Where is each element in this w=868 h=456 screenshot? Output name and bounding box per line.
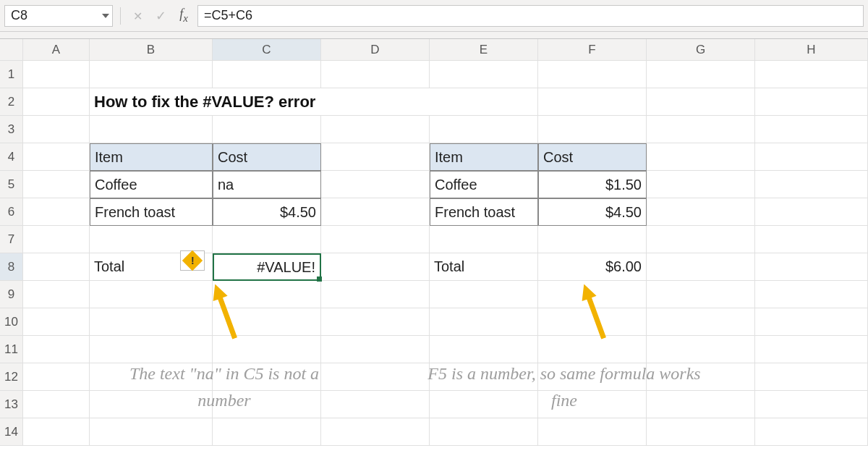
cell-B6[interactable]: French toast (90, 198, 213, 226)
cell-F6[interactable]: $4.50 (538, 198, 647, 226)
cell-B5[interactable]: Coffee (90, 171, 213, 198)
cell-E4[interactable]: Item (430, 143, 538, 171)
row-header-2[interactable]: 2 (0, 88, 23, 116)
cell-H5[interactable] (755, 171, 868, 198)
cell-C14[interactable] (213, 418, 321, 446)
cell-A1[interactable] (23, 61, 90, 88)
cell-B7[interactable] (90, 226, 213, 253)
cell-G7[interactable] (647, 226, 755, 253)
row-header-1[interactable]: 1 (0, 61, 23, 88)
row-header-6[interactable]: 6 (0, 198, 23, 226)
cell-C7[interactable] (213, 226, 321, 253)
cell-D11[interactable] (321, 336, 430, 363)
cell-H1[interactable] (755, 61, 868, 88)
cell-H11[interactable] (755, 336, 868, 363)
cell-G3[interactable] (647, 116, 755, 143)
name-box[interactable]: C8 (4, 5, 113, 27)
cell-A4[interactable] (23, 143, 90, 171)
cell-E6[interactable]: French toast (430, 198, 538, 226)
cell-F7[interactable] (538, 226, 647, 253)
cell-G10[interactable] (647, 308, 755, 336)
cell-H4[interactable] (755, 143, 868, 171)
cell-B11[interactable] (90, 336, 213, 363)
row-header-14[interactable]: 14 (0, 418, 23, 446)
cell-D7[interactable] (321, 226, 430, 253)
row-header-8[interactable]: 8 (0, 253, 23, 281)
cell-D5[interactable] (321, 171, 430, 198)
cell-C1[interactable] (213, 61, 321, 88)
cell-G4[interactable] (647, 143, 755, 171)
cell-D14[interactable] (321, 418, 430, 446)
cell-E7[interactable] (430, 226, 538, 253)
cell-A13[interactable] (23, 391, 90, 418)
col-header-F[interactable]: F (538, 39, 647, 61)
cell-C4[interactable]: Cost (213, 143, 321, 171)
accept-button[interactable] (151, 7, 170, 25)
cell-G11[interactable] (647, 336, 755, 363)
cell-E11[interactable] (430, 336, 538, 363)
col-header-B[interactable]: B (90, 39, 213, 61)
row-header-11[interactable]: 11 (0, 336, 23, 363)
cell-F11[interactable] (538, 336, 647, 363)
col-header-D[interactable]: D (321, 39, 430, 61)
row-header-9[interactable]: 9 (0, 281, 23, 308)
cell-C6[interactable]: $4.50 (213, 198, 321, 226)
cell-E5[interactable]: Coffee (430, 171, 538, 198)
cell-A5[interactable] (23, 171, 90, 198)
cell-G6[interactable] (647, 198, 755, 226)
cell-A12[interactable] (23, 363, 90, 391)
cell-H14[interactable] (755, 418, 868, 446)
cell-G9[interactable] (647, 281, 755, 308)
col-header-G[interactable]: G (647, 39, 755, 61)
row-header-12[interactable]: 12 (0, 363, 23, 391)
cell-A6[interactable] (23, 198, 90, 226)
cell-F4[interactable]: Cost (538, 143, 647, 171)
row-header-3[interactable]: 3 (0, 116, 23, 143)
cell-D3[interactable] (321, 116, 430, 143)
cell-H7[interactable] (755, 226, 868, 253)
cell-B10[interactable] (90, 308, 213, 336)
row-header-5[interactable]: 5 (0, 171, 23, 198)
cell-D6[interactable] (321, 198, 430, 226)
row-header-13[interactable]: 13 (0, 391, 23, 418)
cell-A2[interactable] (23, 88, 90, 116)
page-title[interactable]: How to fix the #VALUE? error (90, 88, 430, 116)
cell-C5[interactable]: na (213, 171, 321, 198)
col-header-H[interactable]: H (755, 39, 868, 61)
cell-D8[interactable] (321, 253, 430, 281)
cell-F3[interactable] (538, 116, 647, 143)
cell-G14[interactable] (647, 418, 755, 446)
cell-D4[interactable] (321, 143, 430, 171)
cell-H6[interactable] (755, 198, 868, 226)
cell-A8[interactable] (23, 253, 90, 281)
cell-B4[interactable]: Item (90, 143, 213, 171)
cell-B1[interactable] (90, 61, 213, 88)
cell-H12[interactable] (755, 363, 868, 391)
cell-B14[interactable] (90, 418, 213, 446)
select-all-corner[interactable] (0, 39, 23, 61)
cell-A10[interactable] (23, 308, 90, 336)
cell-G8[interactable] (647, 253, 755, 281)
formula-input[interactable]: =C5+C6 (197, 5, 864, 27)
cell-E1[interactable] (430, 61, 538, 88)
cell-G1[interactable] (647, 61, 755, 88)
cell-D1[interactable] (321, 61, 430, 88)
cell-F1[interactable] (538, 61, 647, 88)
cell-F14[interactable] (538, 418, 647, 446)
cell-A11[interactable] (23, 336, 90, 363)
cell-E14[interactable] (430, 418, 538, 446)
cell-F5[interactable]: $1.50 (538, 171, 647, 198)
cell-G2[interactable] (647, 88, 755, 116)
cell-D10[interactable] (321, 308, 430, 336)
cell-A9[interactable] (23, 281, 90, 308)
cell-H9[interactable] (755, 281, 868, 308)
row-header-7[interactable]: 7 (0, 226, 23, 253)
cell-H2[interactable] (755, 88, 868, 116)
cell-B9[interactable] (90, 281, 213, 308)
cell-F2[interactable] (538, 88, 647, 116)
cell-E8[interactable]: Total (430, 253, 538, 281)
cell-H3[interactable] (755, 116, 868, 143)
col-header-C[interactable]: C (213, 39, 321, 61)
cell-E9[interactable] (430, 281, 538, 308)
col-header-A[interactable]: A (23, 39, 90, 61)
